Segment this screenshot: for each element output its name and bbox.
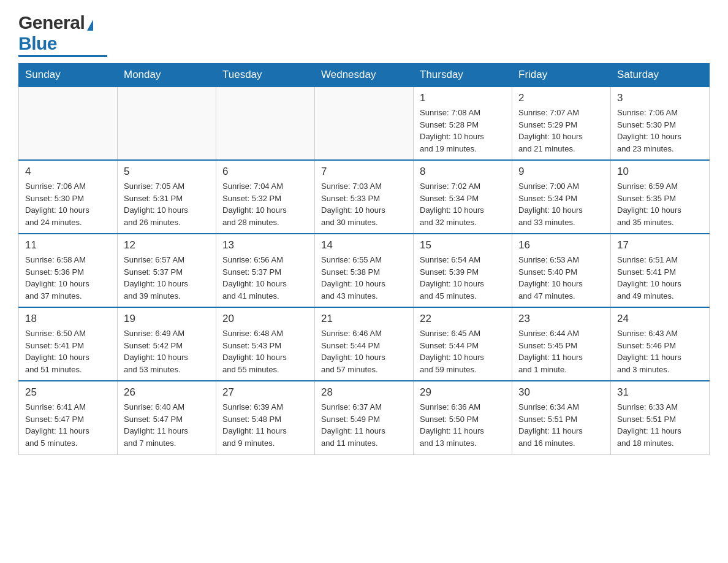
calendar-cell: 5Sunrise: 7:05 AMSunset: 5:31 PMDaylight… — [118, 160, 216, 234]
day-info: Sunrise: 7:06 AMSunset: 5:30 PMDaylight:… — [25, 180, 111, 228]
column-header-monday: Monday — [118, 64, 216, 87]
calendar-cell — [19, 86, 118, 160]
day-info: Sunrise: 7:05 AMSunset: 5:31 PMDaylight:… — [124, 180, 210, 228]
day-info: Sunrise: 6:34 AMSunset: 5:51 PMDaylight:… — [518, 401, 604, 449]
logo-triangle-icon — [87, 20, 93, 31]
column-header-saturday: Saturday — [611, 64, 710, 87]
logo: General Blue — [18, 12, 107, 57]
day-info: Sunrise: 6:44 AMSunset: 5:45 PMDaylight:… — [518, 327, 604, 375]
day-number: 22 — [420, 313, 506, 325]
calendar-cell: 30Sunrise: 6:34 AMSunset: 5:51 PMDayligh… — [512, 381, 611, 454]
calendar-cell: 26Sunrise: 6:40 AMSunset: 5:47 PMDayligh… — [118, 381, 216, 454]
calendar-cell: 10Sunrise: 6:59 AMSunset: 5:35 PMDayligh… — [611, 160, 710, 234]
day-number: 12 — [124, 239, 210, 251]
day-number: 8 — [420, 166, 506, 178]
day-info: Sunrise: 6:50 AMSunset: 5:41 PMDaylight:… — [25, 327, 111, 375]
day-number: 13 — [222, 239, 308, 251]
day-number: 5 — [124, 166, 210, 178]
day-info: Sunrise: 6:46 AMSunset: 5:44 PMDaylight:… — [321, 327, 407, 375]
calendar-week-row: 25Sunrise: 6:41 AMSunset: 5:47 PMDayligh… — [19, 381, 710, 454]
calendar-cell: 7Sunrise: 7:03 AMSunset: 5:33 PMDaylight… — [315, 160, 414, 234]
calendar-cell: 6Sunrise: 7:04 AMSunset: 5:32 PMDaylight… — [216, 160, 315, 234]
day-info: Sunrise: 6:51 AMSunset: 5:41 PMDaylight:… — [617, 254, 703, 302]
calendar-week-row: 4Sunrise: 7:06 AMSunset: 5:30 PMDaylight… — [19, 160, 710, 234]
day-info: Sunrise: 6:37 AMSunset: 5:49 PMDaylight:… — [321, 401, 407, 449]
calendar-cell: 2Sunrise: 7:07 AMSunset: 5:29 PMDaylight… — [512, 86, 611, 160]
day-info: Sunrise: 6:41 AMSunset: 5:47 PMDaylight:… — [25, 401, 111, 449]
day-number: 21 — [321, 313, 407, 325]
calendar-cell: 16Sunrise: 6:53 AMSunset: 5:40 PMDayligh… — [512, 234, 611, 307]
day-info: Sunrise: 6:33 AMSunset: 5:51 PMDaylight:… — [617, 401, 703, 449]
day-number: 23 — [518, 313, 604, 325]
calendar-cell: 12Sunrise: 6:57 AMSunset: 5:37 PMDayligh… — [118, 234, 216, 307]
calendar-cell: 9Sunrise: 7:00 AMSunset: 5:34 PMDaylight… — [512, 160, 611, 234]
calendar-cell: 24Sunrise: 6:43 AMSunset: 5:46 PMDayligh… — [611, 307, 710, 381]
calendar-header-row: SundayMondayTuesdayWednesdayThursdayFrid… — [19, 64, 710, 87]
day-number: 2 — [518, 92, 604, 104]
calendar-cell: 3Sunrise: 7:06 AMSunset: 5:30 PMDaylight… — [611, 86, 710, 160]
day-number: 6 — [222, 166, 308, 178]
day-number: 18 — [25, 313, 111, 325]
day-info: Sunrise: 6:57 AMSunset: 5:37 PMDaylight:… — [124, 254, 210, 302]
day-number: 16 — [518, 239, 604, 251]
calendar-cell: 19Sunrise: 6:49 AMSunset: 5:42 PMDayligh… — [118, 307, 216, 381]
calendar-cell: 20Sunrise: 6:48 AMSunset: 5:43 PMDayligh… — [216, 307, 315, 381]
day-number: 4 — [25, 166, 111, 178]
day-number: 1 — [420, 92, 506, 104]
day-info: Sunrise: 6:48 AMSunset: 5:43 PMDaylight:… — [222, 327, 308, 375]
calendar-table: SundayMondayTuesdayWednesdayThursdayFrid… — [18, 63, 710, 455]
calendar-cell: 18Sunrise: 6:50 AMSunset: 5:41 PMDayligh… — [19, 307, 118, 381]
day-number: 24 — [617, 313, 703, 325]
calendar-cell: 29Sunrise: 6:36 AMSunset: 5:50 PMDayligh… — [414, 381, 512, 454]
day-number: 14 — [321, 239, 407, 251]
column-header-thursday: Thursday — [414, 64, 512, 87]
day-info: Sunrise: 6:43 AMSunset: 5:46 PMDaylight:… — [617, 327, 703, 375]
day-number: 26 — [124, 386, 210, 399]
column-header-friday: Friday — [512, 64, 611, 87]
day-info: Sunrise: 6:59 AMSunset: 5:35 PMDaylight:… — [617, 180, 703, 228]
calendar-cell: 13Sunrise: 6:56 AMSunset: 5:37 PMDayligh… — [216, 234, 315, 307]
day-info: Sunrise: 6:53 AMSunset: 5:40 PMDaylight:… — [518, 254, 604, 302]
calendar-cell: 21Sunrise: 6:46 AMSunset: 5:44 PMDayligh… — [315, 307, 414, 381]
calendar-cell — [216, 86, 315, 160]
day-info: Sunrise: 6:56 AMSunset: 5:37 PMDaylight:… — [222, 254, 308, 302]
calendar-cell: 17Sunrise: 6:51 AMSunset: 5:41 PMDayligh… — [611, 234, 710, 307]
day-info: Sunrise: 7:06 AMSunset: 5:30 PMDaylight:… — [617, 107, 703, 155]
day-number: 9 — [518, 166, 604, 178]
day-number: 31 — [617, 386, 703, 399]
day-info: Sunrise: 7:00 AMSunset: 5:34 PMDaylight:… — [518, 180, 604, 228]
day-number: 3 — [617, 92, 703, 104]
day-number: 15 — [420, 239, 506, 251]
day-number: 28 — [321, 386, 407, 399]
calendar-cell: 14Sunrise: 6:55 AMSunset: 5:38 PMDayligh… — [315, 234, 414, 307]
calendar-cell: 23Sunrise: 6:44 AMSunset: 5:45 PMDayligh… — [512, 307, 611, 381]
day-info: Sunrise: 6:45 AMSunset: 5:44 PMDaylight:… — [420, 327, 506, 375]
day-info: Sunrise: 6:39 AMSunset: 5:48 PMDaylight:… — [222, 401, 308, 449]
day-info: Sunrise: 7:07 AMSunset: 5:29 PMDaylight:… — [518, 107, 604, 155]
calendar-cell: 15Sunrise: 6:54 AMSunset: 5:39 PMDayligh… — [414, 234, 512, 307]
day-number: 25 — [25, 386, 111, 399]
calendar-cell — [118, 86, 216, 160]
day-number: 17 — [617, 239, 703, 251]
day-info: Sunrise: 7:02 AMSunset: 5:34 PMDaylight:… — [420, 180, 506, 228]
calendar-week-row: 1Sunrise: 7:08 AMSunset: 5:28 PMDaylight… — [19, 86, 710, 160]
day-info: Sunrise: 6:58 AMSunset: 5:36 PMDaylight:… — [25, 254, 111, 302]
day-number: 30 — [518, 386, 604, 399]
day-info: Sunrise: 6:49 AMSunset: 5:42 PMDaylight:… — [124, 327, 210, 375]
calendar-cell: 4Sunrise: 7:06 AMSunset: 5:30 PMDaylight… — [19, 160, 118, 234]
calendar-cell: 28Sunrise: 6:37 AMSunset: 5:49 PMDayligh… — [315, 381, 414, 454]
calendar-cell: 25Sunrise: 6:41 AMSunset: 5:47 PMDayligh… — [19, 381, 118, 454]
calendar-week-row: 11Sunrise: 6:58 AMSunset: 5:36 PMDayligh… — [19, 234, 710, 307]
day-info: Sunrise: 6:54 AMSunset: 5:39 PMDaylight:… — [420, 254, 506, 302]
day-number: 29 — [420, 386, 506, 399]
column-header-tuesday: Tuesday — [216, 64, 315, 87]
column-header-sunday: Sunday — [19, 64, 118, 87]
column-header-wednesday: Wednesday — [315, 64, 414, 87]
day-number: 27 — [222, 386, 308, 399]
day-number: 10 — [617, 166, 703, 178]
logo-underline — [18, 55, 107, 57]
day-number: 7 — [321, 166, 407, 178]
calendar-cell: 31Sunrise: 6:33 AMSunset: 5:51 PMDayligh… — [611, 381, 710, 454]
day-number: 19 — [124, 313, 210, 325]
calendar-cell: 8Sunrise: 7:02 AMSunset: 5:34 PMDaylight… — [414, 160, 512, 234]
